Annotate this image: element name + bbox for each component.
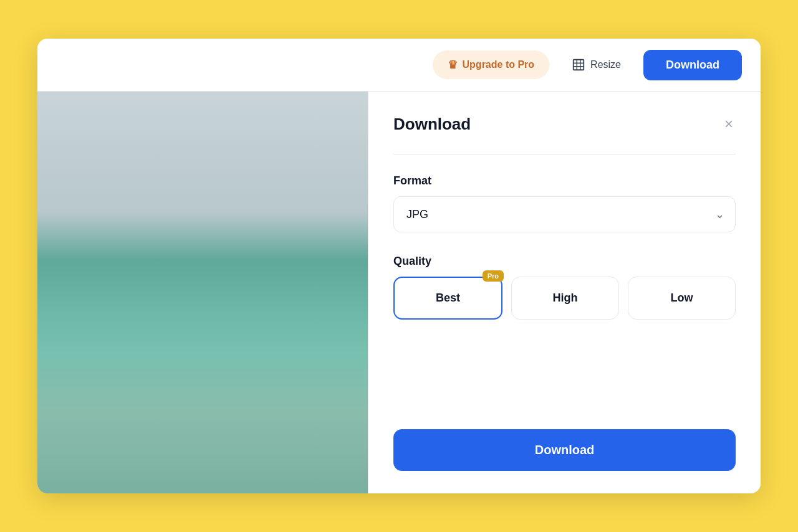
upgrade-to-pro-button[interactable]: ♛ Upgrade to Pro <box>433 50 550 79</box>
format-section: Format JPG PNG PDF SVG WEBP ⌄ <box>393 174 736 255</box>
quality-high-label: High <box>553 292 578 304</box>
quality-option-best[interactable]: Pro Best <box>393 277 502 320</box>
format-select-wrapper: JPG PNG PDF SVG WEBP ⌄ <box>393 196 736 232</box>
format-label: Format <box>393 174 736 188</box>
close-button[interactable]: × <box>722 114 736 134</box>
svg-rect-0 <box>574 60 584 70</box>
toolbar: ♛ Upgrade to Pro Resize Download <box>37 39 761 92</box>
divider <box>393 154 736 154</box>
quality-best-label: Best <box>436 292 460 304</box>
panel-title: Download <box>393 115 471 134</box>
resize-label: Resize <box>590 59 621 70</box>
quality-options: Pro Best High Low <box>393 277 736 320</box>
quality-option-high[interactable]: High <box>511 277 619 320</box>
close-icon: × <box>724 116 733 131</box>
app-container: ♛ Upgrade to Pro Resize Download Downloa… <box>37 39 761 493</box>
crown-icon: ♛ <box>448 58 458 72</box>
download-header-label: Download <box>666 59 719 71</box>
upgrade-label: Upgrade to Pro <box>463 59 535 70</box>
panel-header: Download × <box>393 114 736 134</box>
download-header-button[interactable]: Download <box>643 50 742 80</box>
format-select[interactable]: JPG PNG PDF SVG WEBP <box>393 196 736 232</box>
download-main-label: Download <box>535 443 595 457</box>
download-main-button[interactable]: Download <box>393 429 736 471</box>
resize-button[interactable]: Resize <box>559 50 633 79</box>
download-panel: Download × Format JPG PNG PDF SVG WEBP ⌄ <box>368 92 761 493</box>
quality-section: Quality Pro Best High Low <box>393 255 736 344</box>
pro-badge: Pro <box>483 270 504 282</box>
resize-icon <box>572 58 585 72</box>
quality-option-low[interactable]: Low <box>628 277 736 320</box>
quality-low-label: Low <box>671 292 693 304</box>
quality-label: Quality <box>393 255 736 268</box>
